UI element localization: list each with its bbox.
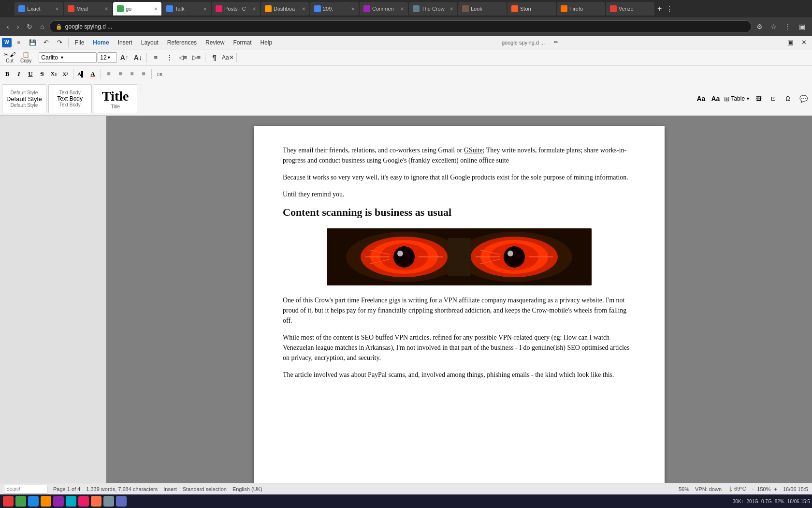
comment-button[interactable]: 💬 — [797, 92, 810, 105]
image-button[interactable]: 🖼 — [752, 92, 766, 105]
show-formatting-button[interactable]: ¶ — [208, 51, 220, 64]
image-group: 🖼 ⊡ Ω — [752, 92, 795, 105]
tab-dash[interactable]: Dashboa ✕ — [261, 2, 309, 15]
language[interactable]: English (UK) — [232, 486, 262, 492]
clear-formatting-button[interactable]: Aa✕ — [221, 51, 234, 64]
italic-button[interactable]: I — [14, 69, 24, 79]
taskbar-icon-1[interactable] — [3, 496, 14, 507]
search-input[interactable] — [4, 485, 47, 493]
zoom-in-button[interactable]: + — [774, 486, 777, 492]
align-left-button[interactable]: ≡ — [103, 69, 114, 79]
extensions-button[interactable]: ⚙ — [754, 21, 766, 32]
tab-close-posts[interactable]: ✕ — [252, 6, 256, 12]
tab-close-talk[interactable]: ✕ — [203, 6, 207, 12]
font-shrink-button[interactable]: A↓ — [131, 51, 144, 64]
taskbar-icon-8[interactable] — [91, 496, 102, 507]
tab-close-209[interactable]: ✕ — [351, 6, 355, 12]
bold-button[interactable]: B — [2, 69, 13, 79]
tab-go[interactable]: go ✕ — [113, 2, 161, 15]
tab-comm[interactable]: Commen ✕ — [360, 2, 408, 15]
tab-close-exact[interactable]: ✕ — [55, 6, 59, 12]
close-button[interactable]: ✕ — [798, 36, 810, 49]
taskbar-icon-2[interactable] — [15, 496, 26, 507]
edit-filename-button[interactable]: ✏ — [550, 36, 562, 49]
taskbar-icon-7[interactable] — [78, 496, 89, 507]
taskbar-icon-10[interactable] — [116, 496, 127, 507]
tab-close-meal[interactable]: ✕ — [104, 6, 108, 12]
address-bar[interactable]: 🔒 google spying.d ... — [49, 20, 752, 33]
indent-less-button[interactable]: ◁≡ — [176, 51, 189, 64]
char-lowercase-button[interactable]: Aa — [709, 92, 722, 105]
tab-veri[interactable]: Verize — [606, 2, 654, 15]
align-center-button[interactable]: ≡ — [115, 69, 126, 79]
tab-exact[interactable]: Exact ✕ — [14, 2, 63, 15]
tab-meal[interactable]: Meal ✕ — [64, 2, 112, 15]
split-view-button[interactable]: ▣ — [784, 36, 797, 49]
menu-references[interactable]: References — [163, 38, 201, 47]
font-grow-button[interactable]: A↑ — [118, 51, 130, 64]
tab-talk[interactable]: Talk ✕ — [162, 2, 211, 15]
image-frame-button[interactable]: ⊡ — [767, 92, 780, 105]
style-default[interactable]: Default Style Default Style Default Styl… — [2, 84, 46, 113]
taskbar-icon-6[interactable] — [66, 496, 76, 507]
tab-209[interactable]: 209. ✕ — [310, 2, 359, 15]
special-char-button[interactable]: Ω — [781, 92, 795, 105]
zoom-out-button[interactable]: - — [752, 486, 754, 492]
taskbar-icon-5[interactable] — [53, 496, 64, 507]
zoom-control[interactable]: - 150% + — [752, 486, 777, 492]
indent-more-button[interactable]: ▷≡ — [190, 51, 203, 64]
bookmark-button[interactable]: ☆ — [768, 21, 780, 32]
ordered-list-button[interactable]: ⋮ — [163, 51, 175, 64]
taskbar-icon-4[interactable] — [41, 496, 51, 507]
unordered-list-button[interactable]: ≡ — [149, 51, 162, 64]
menu-layout[interactable]: Layout — [137, 38, 162, 47]
document-main[interactable]: They email their friends, relations, and… — [106, 116, 812, 483]
tab-look[interactable]: Look — [458, 2, 507, 15]
char-uppercase-button[interactable]: Aa — [694, 92, 708, 105]
tab-crow[interactable]: The Crow ✕ — [409, 2, 457, 15]
menu-button[interactable]: ⋮ — [782, 21, 794, 32]
tab-close-dash[interactable]: ✕ — [302, 6, 305, 12]
align-right-button[interactable]: ≡ — [127, 69, 137, 79]
subscript-button[interactable]: X₂ — [48, 69, 59, 79]
tab-fire[interactable]: Firefo — [557, 2, 605, 15]
sidebar-toggle[interactable]: ▣ — [796, 21, 808, 32]
tab-list-button[interactable]: ⋮ — [664, 2, 675, 15]
superscript-button[interactable]: X² — [60, 69, 71, 79]
menu-file[interactable]: File — [71, 38, 88, 47]
tab-close-crow[interactable]: ✕ — [450, 6, 453, 12]
style-text-body[interactable]: Text Body Text Body Text Body — [48, 84, 92, 113]
highlight-button[interactable]: A▌ — [76, 69, 87, 79]
underline-button[interactable]: U — [25, 69, 36, 79]
forward-button[interactable]: › — [14, 21, 22, 32]
lo-redo-button[interactable]: ↷ — [53, 36, 66, 49]
font-selector[interactable]: Carlito ▼ — [39, 52, 97, 63]
taskbar-icon-9[interactable] — [103, 496, 114, 507]
menu-insert[interactable]: Insert — [114, 38, 136, 47]
new-tab-button[interactable]: + — [655, 2, 664, 15]
tab-scroll-left[interactable]: ‹ — [2, 2, 14, 15]
gsuite-link[interactable]: GSuite — [464, 147, 483, 154]
lo-save-button[interactable]: 💾 — [26, 36, 39, 49]
tab-close-comm[interactable]: ✕ — [400, 6, 404, 12]
sep1 — [68, 38, 69, 47]
align-justify-button[interactable]: ≡ — [138, 69, 149, 79]
menu-home[interactable]: Home — [89, 38, 113, 47]
lo-undo-button[interactable]: ↶ — [40, 36, 52, 49]
lo-panel-toggle[interactable]: ≡ — [13, 36, 25, 49]
home-button[interactable]: ⌂ — [37, 21, 47, 32]
tab-stor[interactable]: Stori — [508, 2, 556, 15]
strikethrough-button[interactable]: S — [37, 69, 47, 79]
style-title[interactable]: Title Title — [94, 84, 137, 113]
back-button[interactable]: ‹ — [4, 21, 12, 32]
menu-review[interactable]: Review — [202, 38, 228, 47]
font-color-button[interactable]: A — [87, 69, 98, 79]
menu-help[interactable]: Help — [256, 38, 276, 47]
reload-button[interactable]: ↻ — [24, 21, 35, 32]
tab-posts[interactable]: Posts · C ✕ — [212, 2, 260, 15]
font-size-selector[interactable]: 12 ▼ — [98, 52, 117, 63]
line-spacing-button[interactable]: ↕≡ — [154, 69, 165, 79]
taskbar-icon-3[interactable] — [28, 496, 39, 507]
tab-close-go[interactable]: ✕ — [154, 6, 158, 12]
menu-format[interactable]: Format — [229, 38, 255, 47]
